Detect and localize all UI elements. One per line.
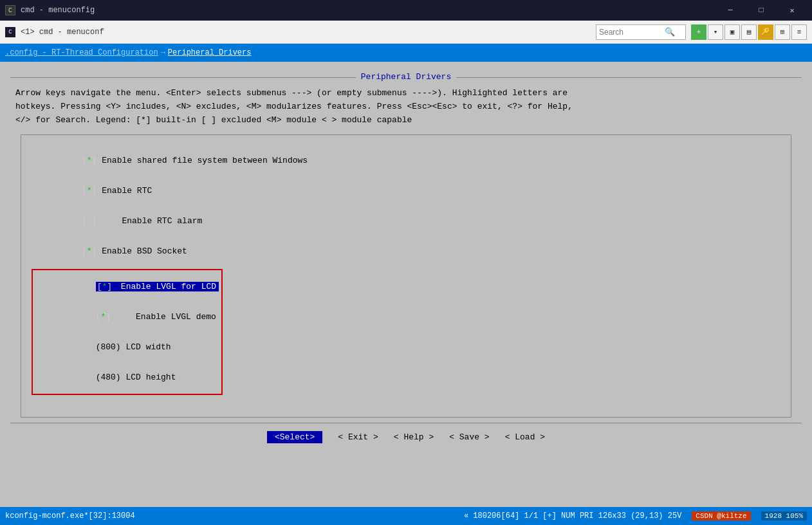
help-line2: hotkeys. Pressing <Y> includes, <N> excl…	[15, 100, 797, 114]
search-input[interactable]	[599, 28, 663, 37]
breadcrumb-arrow: →	[161, 48, 165, 57]
help-button[interactable]: < Help >	[394, 432, 434, 442]
title-bar-controls: — □ ✕	[715, 0, 807, 21]
key-button[interactable]: 🔑	[758, 24, 773, 40]
menu-button[interactable]: ≡	[791, 24, 807, 40]
panel-title-text: Peripheral Drivers	[356, 72, 456, 82]
close-button[interactable]: ✕	[777, 0, 807, 21]
lvgl-item-lcd[interactable]: [*] Enable LVGL for LCD	[35, 272, 219, 302]
help-line1: Arrow keys navigate the menu. <Enter> se…	[15, 87, 797, 100]
title-bar: C cmd - menuconfig — □ ✕	[0, 0, 812, 21]
toolbar-app-icon: C	[5, 27, 15, 37]
menu-item-rtc-alarm[interactable]: [ ] Enable RTC alarm	[32, 206, 780, 236]
maximize-button[interactable]: □	[746, 0, 776, 21]
exit-button[interactable]: < Exit >	[338, 432, 378, 442]
toolbar-label: <1> cmd - menuconf	[21, 28, 104, 37]
title-bar-text: cmd - menuconfig	[21, 6, 710, 15]
lvgl-group: [*] Enable LVGL for LCD [*] Enable LVGL …	[32, 269, 223, 395]
breadcrumb-bar: .config - RT-Thread Configuration → Peri…	[0, 44, 812, 62]
search-icon[interactable]: 🔍	[663, 26, 676, 39]
zoom-badge: 1928 105%	[761, 511, 807, 520]
toolbar-right-buttons: + ▾ ▣ ▤ 🔑 ⊞ ≡	[691, 24, 807, 40]
minimize-button[interactable]: —	[715, 0, 745, 21]
add-button[interactable]: +	[691, 24, 706, 40]
view1-button[interactable]: ▣	[724, 24, 740, 40]
bottom-bar: <Select> < Exit > < Help > < Save > < Lo…	[10, 423, 802, 451]
select-button[interactable]: <Select>	[267, 431, 322, 443]
status-coords: « 180206[64] 1/1 [+] NUM PRI 126x33 (29,…	[464, 511, 681, 520]
toolbar: C <1> cmd - menuconf 🔍 + ▾ ▣ ▤ 🔑 ⊞ ≡	[0, 21, 812, 44]
grid-button[interactable]: ⊞	[775, 24, 790, 40]
help-line3: </> for Search. Legend: [*] built-in [ ]…	[15, 114, 797, 127]
menu-box: [*] Enable shared file system between Wi…	[21, 134, 791, 418]
lvgl-item-width[interactable]: (800) LCD width	[35, 332, 219, 362]
dropdown-button[interactable]: ▾	[708, 24, 723, 40]
view2-button[interactable]: ▤	[741, 24, 757, 40]
app-icon: C	[5, 5, 15, 15]
help-text: Arrow keys navigate the menu. <Enter> se…	[10, 87, 802, 127]
menu-items: [*] Enable shared file system between Wi…	[21, 145, 791, 398]
lvgl-item-demo[interactable]: [*] Enable LVGL demo	[35, 302, 219, 332]
terminal-panel: Peripheral Drivers Arrow keys navigate t…	[0, 62, 812, 451]
search-box[interactable]: 🔍	[596, 24, 686, 40]
save-button[interactable]: < Save >	[449, 432, 489, 442]
status-process: kconfig-mconf.exe*[32]:13004	[5, 511, 135, 520]
main-area: Peripheral Drivers Arrow keys navigate t…	[0, 62, 812, 507]
menu-item-rtc[interactable]: [*] Enable RTC	[32, 176, 780, 206]
menu-item-bsd-socket[interactable]: [*] Enable BSD Socket	[32, 236, 780, 266]
panel-title-bar: Peripheral Drivers	[10, 72, 802, 82]
status-bar: kconfig-mconf.exe*[32]:13004 « 180206[64…	[0, 507, 812, 525]
lvgl-item-height[interactable]: (480) LCD height	[35, 362, 219, 392]
csdn-badge: CSDN @kiltze	[692, 511, 750, 520]
breadcrumb-config[interactable]: .config - RT-Thread Configuration	[5, 48, 158, 57]
breadcrumb-current: Peripheral Drivers	[168, 48, 252, 57]
menu-item-shared-fs[interactable]: [*] Enable shared file system between Wi…	[32, 145, 780, 176]
load-button[interactable]: < Load >	[505, 432, 545, 442]
status-right: « 180206[64] 1/1 [+] NUM PRI 126x33 (29,…	[464, 511, 807, 520]
